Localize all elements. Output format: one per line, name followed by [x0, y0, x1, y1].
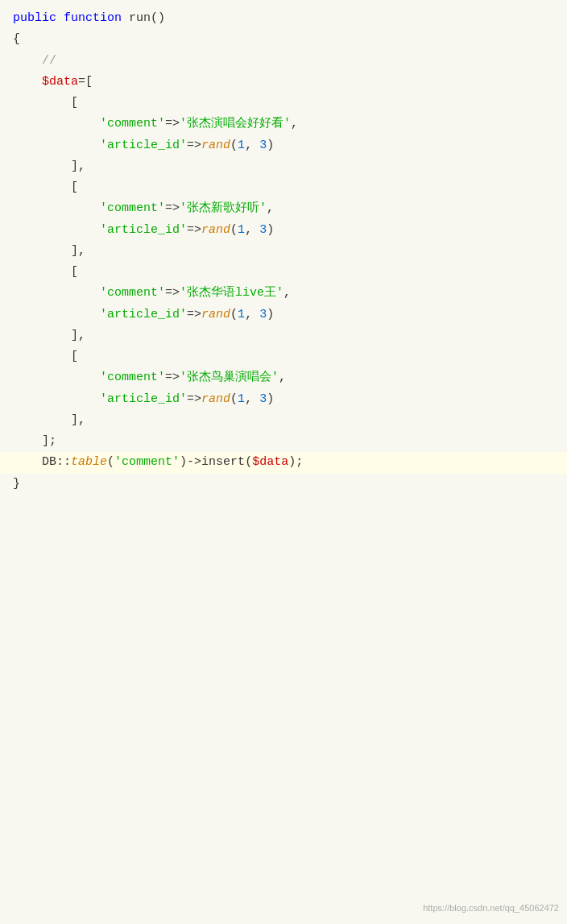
code-line-11: 'article_id'=>rand(1, 3): [0, 220, 567, 241]
code-line-13: [: [0, 262, 567, 283]
code-line-10: 'comment'=>'张杰新歌好听',: [0, 198, 567, 219]
code-line-7: 'article_id'=>rand(1, 3): [0, 135, 567, 156]
watermark: https://blog.csdn.net/qq_45062472: [423, 901, 559, 916]
code-line-21: ];: [0, 431, 567, 452]
code-line-12: ],: [0, 241, 567, 262]
code-line-3: //: [0, 51, 567, 72]
code-line-5: [: [0, 93, 567, 114]
code-line-4: $data=[: [0, 72, 567, 93]
code-container: public function run() { // $data=[ [ 'co…: [0, 0, 567, 924]
code-line-22: DB::table('comment')->insert($data);: [0, 452, 567, 473]
code-line-6: 'comment'=>'张杰演唱会好好看',: [0, 114, 567, 135]
code-line-1: public function run(): [0, 8, 567, 29]
code-line-19: 'article_id'=>rand(1, 3): [0, 389, 567, 410]
code-line-15: 'article_id'=>rand(1, 3): [0, 305, 567, 325]
code-line-23: }: [0, 474, 567, 495]
code-line-17: [: [0, 346, 567, 367]
code-line-2: {: [0, 29, 567, 50]
code-line-18: 'comment'=>'张杰鸟巢演唱会',: [0, 367, 567, 388]
code-line-9: [: [0, 177, 567, 198]
code-line-8: ],: [0, 156, 567, 177]
code-line-16: ],: [0, 325, 567, 346]
code-line-20: ],: [0, 410, 567, 431]
code-line-14: 'comment'=>'张杰华语live王',: [0, 283, 567, 304]
